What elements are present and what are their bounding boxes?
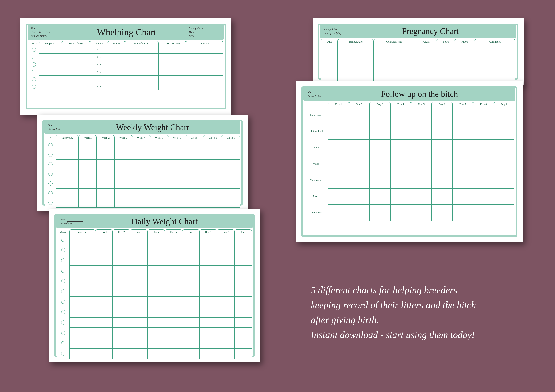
col-day1: Day 1 xyxy=(328,102,349,107)
col-food: Food xyxy=(437,39,455,44)
col-weight: Weight xyxy=(108,41,125,46)
whelping-table: Colour Puppy no. Time of birth Gender We… xyxy=(29,41,223,90)
table-row xyxy=(57,297,252,307)
promo-line4: Instant download - start using them toda… xyxy=(311,328,538,342)
table-row: ♀ ♂ xyxy=(29,46,223,53)
table-row: Food xyxy=(304,140,514,156)
col-week1: Week 1 xyxy=(79,135,96,140)
table-row xyxy=(57,255,252,266)
table-row: ♀ ♂ xyxy=(29,53,223,61)
whelping-title: Whelping Chart xyxy=(64,27,189,37)
col-day6: Day 6 xyxy=(182,229,200,235)
table-row xyxy=(57,338,252,348)
col-day5: Day 5 xyxy=(411,102,432,107)
table-row: Comments xyxy=(304,205,514,221)
daily-header: Litter: Date of birth: Daily Weight Char… xyxy=(56,215,253,228)
weekly-table: Colour Puppy no. Week 1 Week 2 Week 3 We… xyxy=(45,135,240,207)
col-day7: Day 7 xyxy=(200,229,217,235)
col-day4: Day 4 xyxy=(390,102,411,107)
table-row xyxy=(45,159,240,169)
label-time-between2: and last puppy: xyxy=(31,35,47,37)
col-day8: Day 8 xyxy=(217,229,234,235)
pregnancy-chart-sheet: Mating dates: Date of whelping: Pregnanc… xyxy=(313,19,524,85)
pregnancy-header: Mating dates: Date of whelping: Pregnanc… xyxy=(320,25,516,38)
table-row xyxy=(45,188,240,198)
col-identification: Identification xyxy=(125,41,158,46)
col-time-of-birth: Time of birth xyxy=(62,41,90,46)
label-dob: Date of birth: xyxy=(307,95,321,97)
col-puppy-no: Puppy no. xyxy=(69,229,95,235)
followup-chart-sheet: Litter: Date of birth: Follow up on the … xyxy=(296,81,523,242)
row-comments: Comments xyxy=(304,205,328,221)
col-mood: Mood xyxy=(455,39,475,44)
col-gender: Gender xyxy=(90,41,108,46)
label-date-of-whelping: Date of whelping: xyxy=(323,32,342,35)
weekly-title: Weekly Weight Chart xyxy=(79,122,226,132)
col-week3: Week 3 xyxy=(114,135,132,140)
label-dob: Date of birth: xyxy=(48,128,62,131)
label-time-between1: Time between first xyxy=(31,31,50,34)
table-row xyxy=(321,70,515,83)
label-litter: Litter: xyxy=(48,124,54,127)
col-day5: Day 5 xyxy=(165,229,182,235)
followup-header: Litter: Date of birth: Follow up on the … xyxy=(303,88,515,101)
daily-table: Colour Puppy no. Day 1 Day 2 Day 3 Day 4… xyxy=(57,229,252,359)
colour-header: Colour xyxy=(57,229,69,235)
label-litter: Litter: xyxy=(307,91,313,93)
col-week2: Week 2 xyxy=(96,135,114,140)
table-row xyxy=(45,198,240,207)
table-row: ♀ ♂ xyxy=(29,83,223,90)
table-row xyxy=(57,286,252,297)
col-birth-position: Birth position xyxy=(158,41,186,46)
table-row xyxy=(57,245,252,255)
col-week4: Week 4 xyxy=(132,135,150,140)
col-day4: Day 4 xyxy=(147,229,165,235)
table-row: Water xyxy=(304,156,514,172)
table-row xyxy=(57,348,252,359)
col-date: Date xyxy=(321,39,338,44)
row-food: Food xyxy=(304,140,328,156)
col-day8: Day 8 xyxy=(473,102,494,107)
whelping-chart-sheet: Date: Time between first and last puppy:… xyxy=(20,19,231,114)
table-row xyxy=(57,328,252,338)
col-comments: Comments xyxy=(475,39,515,44)
colour-header: Colour xyxy=(29,41,39,46)
label-mating-dates: Mating dates: xyxy=(189,27,204,29)
col-week9: Week 9 xyxy=(222,135,240,140)
row-temperature: Temperature xyxy=(304,107,328,123)
table-row xyxy=(57,235,252,245)
followup-title: Follow up on the bitch xyxy=(338,89,501,99)
col-day2: Day 2 xyxy=(113,229,130,235)
colour-header: Colour xyxy=(45,135,56,140)
col-puppy-no: Puppy no. xyxy=(39,41,62,46)
table-row: ♀ ♂ xyxy=(29,76,223,83)
col-measurements: Measurements xyxy=(373,39,414,44)
followup-table: Day 1 Day 2 Day 3 Day 4 Day 5 Day 6 Day … xyxy=(304,102,514,221)
label-date: Date: xyxy=(31,27,37,29)
table-row xyxy=(57,276,252,286)
table-row xyxy=(45,179,240,188)
label-dob: Date of birth: xyxy=(60,222,74,225)
label-bitch: Bitch: xyxy=(189,31,195,34)
daily-title: Daily Weight Chart xyxy=(91,217,238,226)
pregnancy-table: Date Temperature Measurements Weight Foo… xyxy=(321,39,515,83)
col-day1: Day 1 xyxy=(95,229,113,235)
table-row xyxy=(321,57,515,70)
table-row: Mood xyxy=(304,188,514,205)
col-day7: Day 7 xyxy=(452,102,473,107)
table-row: ♀ ♂ xyxy=(29,61,223,68)
whelping-header: Date: Time between first and last puppy:… xyxy=(28,25,224,40)
table-row xyxy=(57,307,252,317)
daily-weight-chart-sheet: Litter: Date of birth: Daily Weight Char… xyxy=(49,209,260,362)
table-row: ♀ ♂ xyxy=(29,68,223,76)
col-week7: Week 7 xyxy=(186,135,204,140)
col-day3: Day 3 xyxy=(370,102,390,107)
label-sire: Sire: xyxy=(189,35,194,37)
pregnancy-title: Pregnancy Chart xyxy=(359,26,502,36)
colour-circle xyxy=(32,48,36,52)
table-row xyxy=(321,44,515,57)
weekly-header: Litter: Date of birth: Weekly Weight Cha… xyxy=(44,121,241,134)
gender-icons: ♀ ♂ xyxy=(90,46,108,53)
col-puppy-no: Puppy no. xyxy=(56,135,79,140)
col-day3: Day 3 xyxy=(130,229,147,235)
